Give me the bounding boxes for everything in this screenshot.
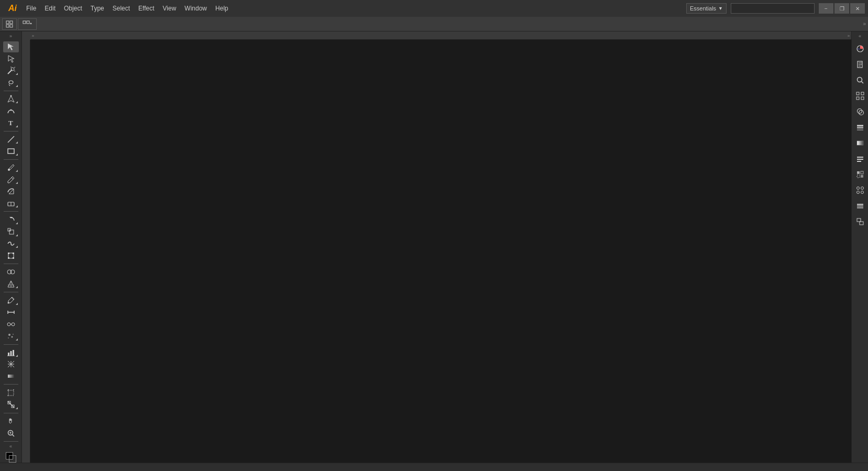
layers-panel-button[interactable] — [853, 199, 867, 213]
appearance-panel-button[interactable] — [853, 152, 867, 166]
minimize-button[interactable]: − — [819, 3, 833, 14]
svg-point-36 — [7, 302, 9, 304]
curvature-tool-button[interactable] — [3, 105, 19, 116]
svg-rect-5 — [27, 21, 29, 24]
menu-object[interactable]: Object — [60, 0, 86, 17]
control-bar-collapse[interactable]: » — [863, 21, 866, 27]
svg-rect-77 — [856, 97, 859, 100]
svg-rect-90 — [857, 175, 860, 178]
search-input[interactable] — [731, 3, 815, 14]
menu-file[interactable]: File — [22, 0, 40, 17]
svg-rect-75 — [856, 92, 859, 95]
artboard-tool-button[interactable] — [3, 387, 19, 398]
stroke-panel-button[interactable] — [853, 121, 867, 134]
pencil-tool-button[interactable] — [3, 174, 19, 185]
perspective-tool-button[interactable] — [3, 278, 19, 289]
find-panel-button[interactable] — [853, 73, 867, 87]
shape-builder-tool-button[interactable] — [3, 267, 19, 278]
lasso-tool-button[interactable] — [3, 77, 19, 88]
menu-type[interactable]: Type — [86, 0, 108, 17]
hand-tool-button[interactable] — [3, 416, 19, 427]
paintbrush-tool-button[interactable] — [3, 162, 19, 173]
color-panel-button[interactable] — [853, 42, 867, 56]
svg-rect-87 — [857, 161, 861, 162]
svg-line-61 — [8, 401, 14, 408]
type-tool-button[interactable]: T — [3, 117, 19, 128]
left-toolbar: » — [0, 31, 22, 471]
fill-stroke-indicator[interactable] — [6, 452, 16, 463]
canvas-viewport[interactable] — [30, 40, 851, 471]
gradient-tool-button[interactable] — [3, 371, 19, 382]
stroke-box[interactable] — [9, 455, 16, 463]
gradient-panel-button[interactable] — [853, 136, 867, 150]
slice-tool-button[interactable] — [3, 399, 19, 410]
vertical-ruler — [22, 40, 30, 471]
ruler-right-expand[interactable]: » — [846, 31, 851, 40]
svg-rect-4 — [23, 21, 26, 24]
svg-rect-88 — [857, 171, 860, 174]
svg-rect-86 — [857, 159, 863, 160]
arrange-button[interactable] — [18, 18, 37, 30]
view-mode-button[interactable] — [2, 18, 17, 30]
artboards-panel-button[interactable] — [853, 215, 867, 228]
svg-point-92 — [856, 187, 859, 190]
scale-tool-button[interactable] — [3, 226, 19, 237]
shaper-tool-button[interactable] — [3, 186, 19, 197]
svg-rect-78 — [861, 97, 864, 100]
restore-button[interactable]: ❐ — [834, 3, 849, 14]
zoom-tool-button[interactable] — [3, 428, 19, 439]
menu-effect[interactable]: Effect — [134, 0, 158, 17]
toolbar-expand-top[interactable]: » — [9, 34, 12, 39]
svg-point-17 — [8, 169, 10, 171]
symbols-panel-button[interactable] — [853, 183, 867, 197]
svg-rect-26 — [8, 253, 9, 254]
pen-tool-button[interactable] — [3, 94, 19, 105]
svg-rect-99 — [857, 218, 861, 222]
selection-tool-button[interactable] — [3, 41, 19, 52]
svg-point-40 — [7, 323, 10, 326]
menu-select[interactable]: Select — [108, 0, 134, 17]
direct-selection-tool-button[interactable] — [3, 53, 19, 64]
status-bar — [0, 463, 868, 471]
eraser-tool-button[interactable] — [3, 198, 19, 209]
toolbar-expand-bottom[interactable]: « — [9, 444, 12, 449]
blend-tool-button[interactable] — [3, 319, 19, 330]
align-panel-button[interactable] — [853, 105, 867, 118]
workspace-selector[interactable]: Essentials ▼ — [686, 3, 727, 14]
close-button[interactable]: ✕ — [850, 3, 865, 14]
measure-tool-button[interactable] — [3, 307, 19, 318]
graphic-styles-panel-button[interactable] — [853, 168, 867, 181]
svg-point-31 — [10, 270, 15, 274]
warp-tool-button[interactable] — [3, 238, 19, 249]
svg-line-18 — [12, 178, 13, 179]
svg-point-43 — [8, 334, 10, 336]
right-panel-expand-top[interactable]: « — [859, 34, 861, 39]
ruler-left-expand[interactable]: » — [30, 31, 36, 40]
mesh-tool-button[interactable] — [3, 359, 19, 370]
symbol-tool-button[interactable] — [3, 331, 19, 342]
canvas-area: » » — [22, 31, 851, 471]
tool-separator-6 — [4, 292, 18, 292]
rotate-tool-button[interactable] — [3, 214, 19, 225]
eyedropper-tool-button[interactable] — [3, 295, 19, 306]
svg-point-12 — [10, 95, 12, 96]
svg-point-95 — [861, 191, 863, 194]
menu-window[interactable]: Window — [180, 0, 211, 17]
graph-tool-button[interactable] — [3, 347, 19, 358]
free-transform-tool-button[interactable] — [3, 250, 19, 261]
menu-view[interactable]: View — [159, 0, 181, 17]
svg-rect-98 — [857, 204, 863, 205]
pages-panel-button[interactable] — [853, 58, 867, 71]
svg-rect-27 — [13, 253, 14, 254]
grid-panel-button[interactable] — [853, 89, 867, 103]
tool-separator-7 — [4, 344, 18, 345]
svg-line-15 — [8, 136, 14, 143]
svg-rect-85 — [857, 157, 863, 158]
menu-bar: File Edit Object Type Select Effect View… — [22, 0, 686, 17]
rectangle-tool-button[interactable] — [3, 146, 19, 157]
magic-wand-tool-button[interactable] — [3, 65, 19, 76]
menu-help[interactable]: Help — [211, 0, 233, 17]
menu-edit[interactable]: Edit — [40, 0, 60, 17]
svg-rect-47 — [8, 353, 9, 356]
line-tool-button[interactable] — [3, 134, 19, 145]
